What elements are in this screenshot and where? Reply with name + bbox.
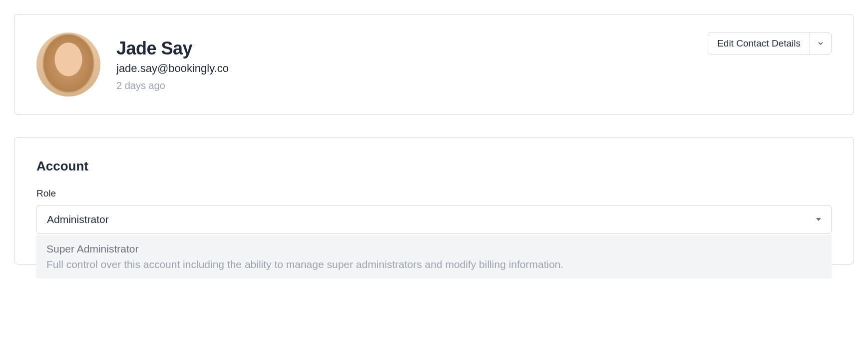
role-selected-value: Administrator — [47, 214, 109, 226]
role-option-description: Full control over this account including… — [46, 257, 822, 272]
edit-contact-button-group: Edit Contact Details — [708, 32, 832, 54]
account-section-title: Account — [36, 158, 832, 174]
edit-contact-dropdown-toggle[interactable] — [810, 33, 831, 54]
account-card: Account Role Administrator Super Adminis… — [14, 137, 854, 264]
profile-email: jade.say@bookingly.co — [116, 62, 832, 75]
profile-card: Jade Say jade.say@bookingly.co 2 days ag… — [14, 14, 854, 115]
profile-last-seen: 2 days ago — [116, 80, 832, 92]
role-dropdown-panel: Super Administrator Full control over th… — [36, 235, 832, 278]
role-select[interactable]: Administrator — [36, 205, 832, 234]
avatar-image — [36, 32, 100, 96]
role-option-title: Super Administrator — [46, 243, 822, 255]
avatar — [36, 32, 100, 96]
caret-down-icon — [816, 218, 821, 221]
role-select-wrap: Administrator Super Administrator Full c… — [36, 205, 832, 234]
edit-contact-button[interactable]: Edit Contact Details — [708, 33, 810, 54]
role-field-label: Role — [36, 188, 832, 199]
role-option-super-administrator[interactable]: Super Administrator Full control over th… — [36, 235, 832, 278]
chevron-down-icon — [817, 40, 824, 47]
